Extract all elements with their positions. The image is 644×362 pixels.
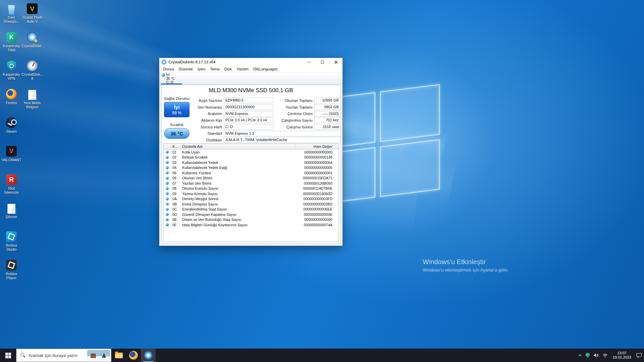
desktop-icon-kaspersky-vpn[interactable]: Kaspersky VPN (1, 60, 22, 85)
desktop-icon-roblox-player[interactable]: Roblox Player (1, 259, 22, 284)
attr-status-dot (166, 156, 169, 159)
info-field-label: Aygıt Yazılımı (193, 99, 223, 103)
drive-info-grid: Aygıt YazılımıEDFMB0.5Okunan Toplamı1099… (193, 97, 339, 143)
kaspersky-vpn-icon-shape (7, 61, 16, 71)
tray-network-button[interactable] (602, 349, 608, 362)
col-attribute-name: Öznitelik Adı (181, 144, 296, 149)
minimize-button[interactable] (302, 58, 316, 66)
table-row[interactable]: 05Kullanma Yüzdesi00000000000001 (163, 170, 338, 176)
attr-id: 01 (171, 150, 181, 154)
search-input[interactable] (29, 353, 79, 358)
firefox-dt-icon (5, 88, 17, 100)
desktop-icon-sifreler[interactable]: Şifreler (1, 202, 22, 227)
table-row[interactable]: 02Birleşik Sıcaklık00000000000136 (163, 155, 338, 160)
table-row[interactable]: 08Okuma Komutu Sayısı000000114D7B0E (163, 186, 338, 191)
menu-item-1[interactable]: Düzenle (176, 67, 195, 71)
drive-status-dot (162, 73, 165, 77)
maximize-button[interactable] (316, 58, 329, 66)
table-row[interactable]: 0DGüvenli Olmayan Kapatma Sayısı00000000… (163, 212, 338, 217)
table-row[interactable]: 03Kullanılabilecek Yedek00000000000064 (163, 160, 338, 165)
window-titlebar[interactable]: CrystalDiskInfo 8.17.13 x64 (159, 58, 342, 66)
desktop-icon-steam[interactable]: Steam (1, 117, 22, 142)
info-field-value: 701 kez (314, 117, 340, 123)
drive-tab-selected[interactable]: İyi 36 °C C: D: (161, 73, 184, 83)
taskbar-file-explorer[interactable] (111, 349, 126, 362)
menu-item-5[interactable]: Yardım (234, 67, 251, 71)
clock-time: 13:07 (613, 351, 631, 355)
desktop-icon-label: Yeni Metin Belgesi (21, 101, 43, 109)
table-header: K... Öznitelik Adı Ham Değer (163, 144, 338, 149)
attr-id: 0E (171, 218, 181, 222)
drive-model-title: MLD M300 NVMe SSD 500,1 GB (162, 87, 340, 94)
desktop-icon-recycle-bin[interactable]: Geri Dönüşü... (1, 3, 22, 28)
table-row[interactable]: 09Yazma Komutu Sayısı0000000D18060D (163, 191, 338, 196)
attr-status-dot (166, 182, 169, 185)
desktop-icon-riot-client[interactable]: Riot İstemcisi (1, 174, 22, 199)
info-field-value: NVM Express 1.3 (224, 131, 340, 136)
desktop-icon-crystaldiskmark-8[interactable]: CrystalDisk... 8 (21, 60, 43, 85)
desktop-icon-gta-v[interactable]: Grand Theft Auto V (21, 3, 43, 28)
attr-name: Kritik Uyarı (181, 150, 296, 154)
attr-status-dot (166, 187, 169, 190)
recycle-bin-icon-shape (7, 4, 15, 14)
file-explorer-icon (115, 353, 123, 358)
attr-rows: 01Kritik Uyarı0000000000000002Birleşik S… (163, 149, 338, 228)
drive-strip: İyi 36 °C C: D: (159, 72, 342, 85)
menu-item-6[interactable]: Dil(Language) (251, 67, 280, 71)
recycle-bin-icon (5, 3, 17, 15)
attr-name: Okunan Veri Birimi (181, 176, 296, 180)
taskbar-search[interactable] (16, 349, 111, 362)
menu-bar: DosyaDüzenleİşlevTemaDiskYardımDil(Langu… (159, 66, 342, 72)
desktop-icon-kaspersky-total-security[interactable]: Kaspersky Total Security (1, 31, 22, 56)
table-row[interactable]: 0EOrtam ve Veri Bütünlüğü Hata Sayısı000… (163, 217, 338, 223)
attr-raw-value: 00000000000005 (296, 166, 338, 170)
attr-name: Ortam ve Veri Bütünlüğü Hata Sayısı (181, 218, 296, 222)
temperature-button[interactable]: 36 °C (164, 128, 190, 139)
table-row[interactable]: 0FHata Bilgileri Günlüğü Kayıtlarının Sa… (163, 222, 338, 228)
desktop-icon-label: CrystalDisk... 8 (21, 72, 43, 80)
menu-item-3[interactable]: Tema (208, 67, 222, 71)
window-content: MLD M300 NVMe SSD 500,1 GB Sağlık Durumu… (161, 85, 340, 244)
table-row[interactable]: 0ADenetçi Meşgul Süresi000000000003FD (163, 196, 338, 202)
sifreler-icon-shape (7, 204, 15, 214)
table-row[interactable]: 0CEnerjilendirilmiş Saat Sayısı000000000… (163, 207, 338, 212)
desktop-icon-roblox-studio[interactable]: Roblox Studio (1, 231, 22, 256)
desktop-icon-firefox-dt[interactable]: Firefox (1, 88, 22, 113)
kaspersky-vpn-icon (5, 60, 17, 72)
crystaldiskinfo-icon-shape (27, 32, 38, 43)
col-id: K... (171, 144, 181, 149)
taskbar: 13:07 19.01.2023 (0, 349, 644, 362)
clock-date: 19.01.2023 (613, 355, 631, 360)
attr-status-dot (166, 161, 169, 164)
info-field-value: 1518 saat (314, 124, 340, 130)
start-button[interactable] (0, 349, 16, 362)
menu-item-4[interactable]: Disk (222, 67, 234, 71)
notification-center-button[interactable] (636, 349, 642, 362)
close-button[interactable] (329, 58, 342, 66)
tray-chevron-button[interactable] (578, 349, 582, 362)
attr-status-dot (166, 197, 169, 200)
table-row[interactable]: 04Kullanılabilecek Yedek Eşiği0000000000… (163, 165, 338, 171)
table-row[interactable]: 0BEnerji Döngüsü Sayısı000000000002BD (163, 201, 338, 207)
table-row[interactable]: 07Yazılan Veri Birimi0000000139B093 (163, 181, 338, 186)
menu-item-2[interactable]: İşlev (195, 67, 208, 71)
table-row[interactable]: 06Okunan Veri Birimi000000015FDA71 (163, 176, 338, 181)
tray-volume-button[interactable] (593, 349, 599, 362)
desktop-icon-text-document[interactable]: Yeni Metin Belgesi (21, 88, 43, 113)
taskbar-clock[interactable]: 13:07 19.01.2023 (611, 351, 633, 360)
desktop-icon-valorant[interactable]: VALORANT (1, 145, 22, 170)
table-row[interactable]: 01Kritik Uyarı00000000000000 (163, 149, 338, 155)
attr-name: Kullanılabilecek Yedek (181, 161, 296, 165)
attr-id: 04 (171, 166, 181, 170)
taskbar-firefox[interactable] (126, 349, 141, 362)
tray-kaspersky-button[interactable] (586, 349, 590, 362)
info-field-label: Çevirme Oranı (274, 112, 313, 116)
info-field-value: 9802 GB (314, 104, 340, 110)
desktop-icon-crystaldiskinfo[interactable]: CrystalDiskI... (21, 31, 43, 56)
attr-raw-value: 00000000000001 (296, 171, 338, 175)
attr-name: Birleşik Sıcaklık (181, 155, 296, 159)
menu-item-0[interactable]: Dosya (161, 67, 176, 71)
taskbar-crystaldiskinfo[interactable] (141, 349, 156, 362)
health-status-button[interactable]: İyi 99 % (164, 102, 190, 117)
search-highlight-image[interactable] (87, 350, 110, 361)
